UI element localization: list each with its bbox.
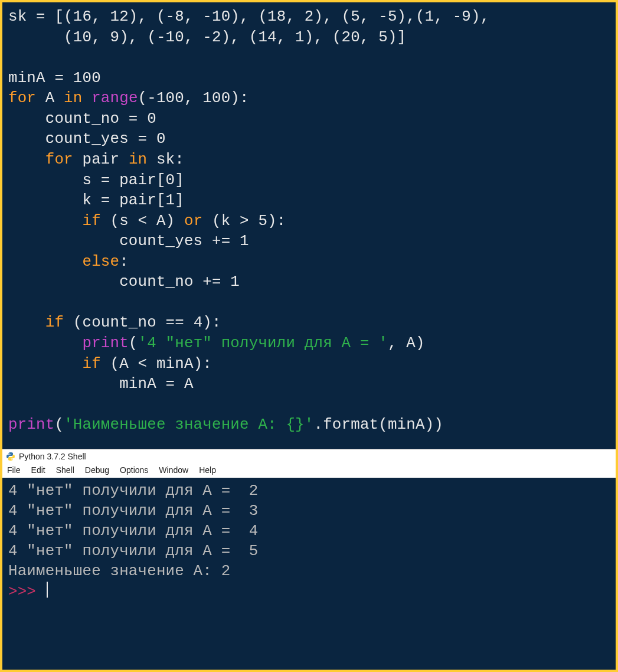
- menu-item-file[interactable]: File: [7, 465, 21, 475]
- code-line: [8, 48, 610, 68]
- shell-line: 4 "нет" получили для A = 3: [8, 501, 610, 521]
- code-line: else:: [8, 252, 610, 273]
- code-line: count_yes += 1: [8, 231, 610, 252]
- menu-item-window[interactable]: Window: [159, 465, 188, 475]
- menu-item-shell[interactable]: Shell: [56, 465, 74, 475]
- code-editor[interactable]: sk = [(16, 12), (-8, -10), (18, 2), (5, …: [2, 2, 616, 449]
- code-line: [8, 293, 610, 314]
- shell-prompt: >>>: [8, 583, 45, 601]
- shell-title-text: Python 3.7.2 Shell: [19, 452, 86, 461]
- code-line: if (count_no == 4):: [8, 313, 610, 334]
- app-frame: sk = [(16, 12), (-8, -10), (18, 2), (5, …: [0, 0, 618, 672]
- shell-line: 4 "нет" получили для A = 4: [8, 521, 610, 541]
- code-line: s = pair[0]: [8, 171, 610, 191]
- code-line: count_yes = 0: [8, 129, 610, 150]
- code-line: minA = 100: [8, 68, 610, 89]
- shell-menubar: FileEditShellDebugOptionsWindowHelp: [2, 464, 616, 478]
- code-line: [8, 395, 610, 416]
- code-line: sk = [(16, 12), (-8, -10), (18, 2), (5, …: [8, 7, 610, 28]
- code-line: k = pair[1]: [8, 191, 610, 211]
- code-line: print('Наименьшее значение A: {}'.format…: [8, 415, 610, 436]
- shell-line: 4 "нет" получили для A = 5: [8, 541, 610, 562]
- shell-line: 4 "нет" получили для A = 2: [8, 481, 610, 501]
- menu-item-options[interactable]: Options: [120, 465, 148, 475]
- python-icon: [6, 452, 15, 461]
- shell-line: Наименьшее значение A: 2: [8, 562, 610, 582]
- shell-titlebar: Python 3.7.2 Shell: [2, 449, 616, 464]
- code-line: for pair in sk:: [8, 150, 610, 171]
- code-line: for A in range(-100, 100):: [8, 89, 610, 109]
- shell-prompt-line[interactable]: >>>: [8, 582, 610, 602]
- code-line: if (A < minA):: [8, 354, 610, 375]
- code-line: print('4 "нет" получили для A = ', A): [8, 334, 610, 354]
- text-cursor: [47, 582, 48, 598]
- menu-item-help[interactable]: Help: [199, 465, 216, 475]
- menu-item-edit[interactable]: Edit: [31, 465, 45, 475]
- code-line: count_no = 0: [8, 109, 610, 130]
- shell-window-chrome: Python 3.7.2 Shell FileEditShellDebugOpt…: [2, 449, 616, 478]
- code-line: minA = A: [8, 374, 610, 395]
- code-line: (10, 9), (-10, -2), (14, 1), (20, 5)]: [8, 28, 610, 48]
- shell-output[interactable]: 4 "нет" получили для A = 24 "нет" получи…: [2, 478, 616, 670]
- menu-item-debug[interactable]: Debug: [85, 465, 109, 475]
- code-line: if (s < A) or (k > 5):: [8, 211, 610, 232]
- code-line: count_no += 1: [8, 272, 610, 293]
